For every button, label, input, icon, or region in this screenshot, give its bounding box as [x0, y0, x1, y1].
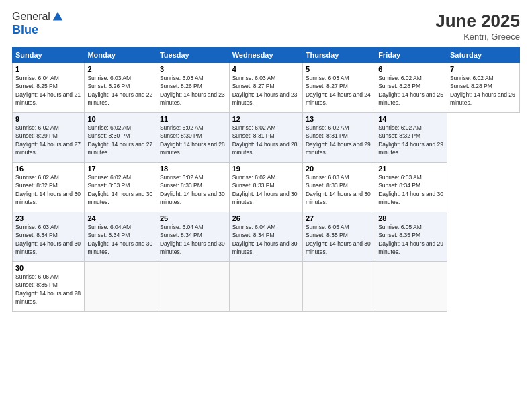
day-number: 2: [87, 65, 154, 73]
day-number: 13: [306, 115, 372, 123]
day-info: Sunrise: 6:02 AMSunset: 8:29 PMDaylight:…: [15, 124, 81, 156]
day-number: 7: [450, 65, 517, 73]
day-number: 3: [160, 65, 226, 73]
day-info: Sunrise: 6:02 AMSunset: 8:31 PMDaylight:…: [306, 124, 372, 156]
day-number: 30: [15, 264, 81, 272]
col-header-thursday: Thursday: [302, 48, 375, 63]
day-number: 9: [15, 115, 81, 123]
col-header-friday: Friday: [375, 48, 447, 63]
calendar-cell: [302, 262, 375, 312]
day-info: Sunrise: 6:02 AMSunset: 8:31 PMDaylight:…: [232, 124, 300, 156]
day-number: 4: [232, 65, 300, 73]
day-number: 12: [232, 115, 300, 123]
logo-blue-text: Blue: [12, 23, 64, 37]
day-number: 11: [160, 115, 226, 123]
calendar-cell: 19Sunrise: 6:02 AMSunset: 8:33 PMDayligh…: [229, 163, 302, 212]
week-row-5: 30Sunrise: 6:06 AMSunset: 8:35 PMDayligh…: [13, 262, 520, 312]
logo: General Blue: [12, 11, 64, 37]
calendar-cell: 16Sunrise: 6:02 AMSunset: 8:32 PMDayligh…: [13, 163, 85, 212]
calendar-cell: 11Sunrise: 6:02 AMSunset: 8:30 PMDayligh…: [157, 113, 229, 163]
day-info: Sunrise: 6:02 AMSunset: 8:32 PMDaylight:…: [378, 124, 444, 156]
week-row-1: 1Sunrise: 6:04 AMSunset: 8:25 PMDaylight…: [13, 63, 520, 113]
calendar-cell: 13Sunrise: 6:02 AMSunset: 8:31 PMDayligh…: [302, 113, 375, 163]
logo-icon: [52, 11, 64, 23]
header: General Blue June 2025 Kentri, Greece: [12, 11, 520, 42]
day-info: Sunrise: 6:04 AMSunset: 8:34 PMDaylight:…: [87, 223, 154, 256]
calendar-cell: [229, 262, 302, 312]
calendar-body: 1Sunrise: 6:04 AMSunset: 8:25 PMDaylight…: [13, 63, 520, 312]
col-header-tuesday: Tuesday: [157, 48, 229, 63]
day-number: 26: [232, 214, 300, 222]
day-info: Sunrise: 6:03 AMSunset: 8:26 PMDaylight:…: [160, 74, 226, 107]
calendar-cell: 17Sunrise: 6:02 AMSunset: 8:33 PMDayligh…: [85, 163, 157, 212]
calendar-cell: 9Sunrise: 6:02 AMSunset: 8:29 PMDaylight…: [13, 113, 85, 163]
calendar-cell: 6Sunrise: 6:02 AMSunset: 8:28 PMDaylight…: [375, 63, 447, 113]
day-number: 14: [378, 115, 444, 123]
day-number: 25: [160, 214, 226, 222]
day-info: Sunrise: 6:05 AMSunset: 8:35 PMDaylight:…: [378, 223, 444, 256]
day-number: 10: [87, 115, 154, 123]
calendar-table: SundayMondayTuesdayWednesdayThursdayFrid…: [12, 47, 520, 312]
calendar-cell: 4Sunrise: 6:03 AMSunset: 8:27 PMDaylight…: [229, 63, 302, 113]
col-header-wednesday: Wednesday: [229, 48, 302, 63]
day-info: Sunrise: 6:03 AMSunset: 8:27 PMDaylight:…: [306, 74, 372, 107]
day-info: Sunrise: 6:05 AMSunset: 8:35 PMDaylight:…: [306, 223, 372, 256]
day-info: Sunrise: 6:03 AMSunset: 8:33 PMDaylight:…: [306, 173, 372, 206]
calendar-cell: 3Sunrise: 6:03 AMSunset: 8:26 PMDaylight…: [157, 63, 229, 113]
week-row-2: 9Sunrise: 6:02 AMSunset: 8:29 PMDaylight…: [13, 113, 520, 163]
day-info: Sunrise: 6:02 AMSunset: 8:28 PMDaylight:…: [450, 74, 517, 107]
week-row-4: 23Sunrise: 6:03 AMSunset: 8:34 PMDayligh…: [13, 212, 520, 262]
calendar-cell: 12Sunrise: 6:02 AMSunset: 8:31 PMDayligh…: [229, 113, 302, 163]
calendar-cell: 20Sunrise: 6:03 AMSunset: 8:33 PMDayligh…: [302, 163, 375, 212]
title-block: June 2025 Kentri, Greece: [435, 11, 520, 42]
calendar-cell: [85, 262, 157, 312]
calendar-cell: 24Sunrise: 6:04 AMSunset: 8:34 PMDayligh…: [85, 212, 157, 262]
calendar-cell: 14Sunrise: 6:02 AMSunset: 8:32 PMDayligh…: [375, 113, 447, 163]
day-info: Sunrise: 6:02 AMSunset: 8:32 PMDaylight:…: [15, 173, 81, 206]
day-number: 17: [87, 165, 154, 173]
day-number: 24: [87, 214, 154, 222]
calendar-cell: 28Sunrise: 6:05 AMSunset: 8:35 PMDayligh…: [375, 212, 447, 262]
month-year: June 2025: [435, 11, 520, 32]
day-info: Sunrise: 6:02 AMSunset: 8:33 PMDaylight:…: [87, 173, 154, 206]
day-number: 16: [15, 165, 81, 173]
day-info: Sunrise: 6:04 AMSunset: 8:25 PMDaylight:…: [15, 74, 81, 107]
calendar-header-row: SundayMondayTuesdayWednesdayThursdayFrid…: [13, 48, 520, 63]
day-number: 23: [15, 214, 81, 222]
col-header-saturday: Saturday: [447, 48, 519, 63]
day-number: 20: [306, 165, 372, 173]
calendar-cell: 2Sunrise: 6:03 AMSunset: 8:26 PMDaylight…: [85, 63, 157, 113]
calendar-cell: [157, 262, 229, 312]
day-info: Sunrise: 6:04 AMSunset: 8:34 PMDaylight:…: [232, 223, 300, 256]
calendar-cell: 23Sunrise: 6:03 AMSunset: 8:34 PMDayligh…: [13, 212, 85, 262]
calendar-cell: [375, 262, 447, 312]
day-info: Sunrise: 6:02 AMSunset: 8:30 PMDaylight:…: [160, 124, 226, 156]
day-number: 1: [15, 65, 81, 73]
day-info: Sunrise: 6:02 AMSunset: 8:33 PMDaylight:…: [232, 173, 300, 206]
day-info: Sunrise: 6:02 AMSunset: 8:28 PMDaylight:…: [378, 74, 444, 107]
day-number: 5: [306, 65, 372, 73]
calendar-cell: 26Sunrise: 6:04 AMSunset: 8:34 PMDayligh…: [229, 212, 302, 262]
calendar-cell: 7Sunrise: 6:02 AMSunset: 8:28 PMDaylight…: [447, 63, 519, 113]
week-row-3: 16Sunrise: 6:02 AMSunset: 8:32 PMDayligh…: [13, 163, 520, 212]
calendar-cell: 25Sunrise: 6:04 AMSunset: 8:34 PMDayligh…: [157, 212, 229, 262]
day-number: 27: [306, 214, 372, 222]
location: Kentri, Greece: [435, 32, 520, 42]
day-info: Sunrise: 6:02 AMSunset: 8:33 PMDaylight:…: [160, 173, 226, 206]
day-number: 18: [160, 165, 226, 173]
day-info: Sunrise: 6:02 AMSunset: 8:30 PMDaylight:…: [87, 124, 154, 156]
day-number: 28: [378, 214, 444, 222]
day-info: Sunrise: 6:03 AMSunset: 8:26 PMDaylight:…: [87, 74, 154, 107]
day-info: Sunrise: 6:03 AMSunset: 8:34 PMDaylight:…: [378, 173, 444, 206]
calendar-cell: 1Sunrise: 6:04 AMSunset: 8:25 PMDaylight…: [13, 63, 85, 113]
day-number: 21: [378, 165, 444, 173]
col-header-sunday: Sunday: [13, 48, 85, 63]
calendar-cell: 27Sunrise: 6:05 AMSunset: 8:35 PMDayligh…: [302, 212, 375, 262]
day-info: Sunrise: 6:03 AMSunset: 8:34 PMDaylight:…: [15, 223, 81, 256]
calendar-cell: 10Sunrise: 6:02 AMSunset: 8:30 PMDayligh…: [85, 113, 157, 163]
svg-marker-0: [53, 12, 62, 21]
day-info: Sunrise: 6:06 AMSunset: 8:35 PMDaylight:…: [15, 273, 81, 306]
logo-general-text: General: [12, 11, 50, 23]
calendar-cell: 5Sunrise: 6:03 AMSunset: 8:27 PMDaylight…: [302, 63, 375, 113]
day-info: Sunrise: 6:03 AMSunset: 8:27 PMDaylight:…: [232, 74, 300, 107]
